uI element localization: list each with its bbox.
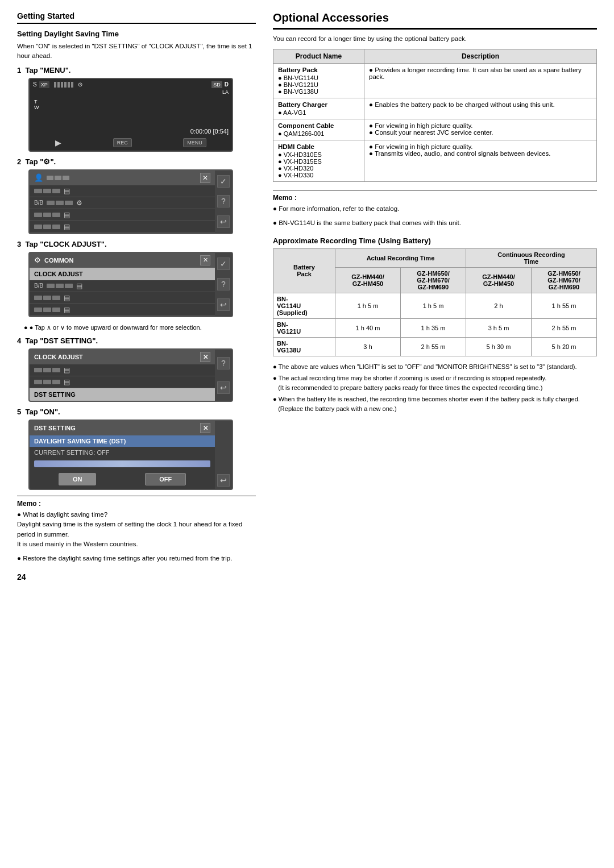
common-close-icon[interactable]: ✕: [200, 255, 210, 265]
dst-with-side: DST SETTING ✕ DAYLIGHT SAVING TIME (DST)…: [30, 421, 232, 489]
menu-close-icon[interactable]: ✕: [200, 173, 210, 183]
menu-row-3: ▤: [30, 209, 215, 221]
memo-title-right: Memo :: [273, 194, 597, 202]
right-intro: You can record for a longer time by usin…: [273, 35, 597, 42]
right-section-title: Optional Accessories: [273, 11, 597, 30]
actual-138u-1: 3 h: [335, 337, 400, 356]
la-label: LA: [222, 89, 229, 95]
cont-138u-2: 5 h 20 m: [531, 337, 596, 356]
subsection-title: Setting Daylight Saving Time: [17, 30, 256, 38]
d-label: D: [225, 81, 229, 88]
clock-detail-with-side: CLOCK ADJUST ✕ ▤: [30, 350, 232, 401]
common-dots-4: [34, 308, 60, 312]
hdmi-cable-items: VX-HD310ES VX-HD315ES VX-HD320 VX-HD330: [278, 151, 359, 178]
component-cable-name: Component Cable: [278, 122, 359, 129]
product-name-header: Product Name: [273, 49, 364, 64]
common-screen-step3: ⚙ COMMON ✕ CLOCK ADJUST B/B ▤: [28, 252, 233, 317]
cont-121u-2: 2 h 55 m: [531, 318, 596, 337]
common-checkmark-icon[interactable]: ✓: [217, 258, 230, 270]
common-question-icon[interactable]: ?: [217, 278, 230, 290]
memo-box-right: Memo : ● For more information, refer to …: [273, 190, 597, 229]
battery-pack-items: BN-VG114U BN-VG121U BN-VG138U: [278, 74, 359, 95]
pack-138u: BN-VG138U: [273, 337, 335, 356]
two-column-layout: Getting Started Setting Daylight Saving …: [17, 11, 597, 582]
common-header: ⚙ COMMON ✕: [30, 253, 215, 268]
dst-setting-row[interactable]: DST SETTING: [30, 388, 215, 401]
vx-hd310es: VX-HD310ES: [278, 151, 359, 158]
dst-bar: [34, 460, 210, 467]
back-icon[interactable]: ↩: [217, 215, 230, 228]
row-dots-1: [34, 189, 60, 193]
common-row-3: ▤: [30, 292, 215, 304]
component-cable-product: Component Cable QAM1266-001: [273, 119, 364, 140]
right-memo-item-2: ● BN-VG114U is the same battery pack tha…: [273, 218, 597, 228]
row-gear-icon[interactable]: ⚙: [76, 199, 82, 207]
right-column: Optional Accessories You can record for …: [273, 11, 597, 582]
bn-vg114u: BN-VG114U: [278, 74, 359, 81]
dst-off-button[interactable]: OFF: [145, 473, 186, 485]
menu-header: 👤 ✕: [30, 171, 215, 185]
section-title: Getting Started: [17, 11, 256, 24]
common-back-icon[interactable]: ↩: [217, 298, 230, 311]
vx-hd320: VX-HD320: [278, 165, 359, 172]
menu-row-2: B/B ⚙: [30, 197, 215, 209]
common-gear-icon: ⚙: [34, 256, 41, 264]
dst-on-button[interactable]: ON: [59, 473, 97, 485]
battery-pack-header: BatteryPack: [273, 248, 335, 293]
row-dots-2: [47, 201, 73, 205]
step3-note: ● Tap ∧ or ∨ to move upward or downward …: [24, 323, 256, 333]
dst-close-icon[interactable]: ✕: [200, 423, 210, 433]
actual-121u-2: 1 h 35 m: [400, 318, 466, 337]
clock-question-icon[interactable]: ?: [217, 357, 230, 369]
accessories-table: Product Name Description Battery Pack BN…: [273, 49, 597, 182]
actual-138u-2: 2 h 55 m: [400, 337, 466, 356]
menu-side-buttons: ✓ ? ↩: [215, 171, 232, 233]
acc-row-battery-pack: Battery Pack BN-VG114U BN-VG121U BN-VG13…: [273, 64, 597, 98]
memo-item-2: ● Restore the daylight saving time setti…: [17, 554, 256, 563]
rec-button[interactable]: REC: [113, 138, 132, 147]
intro-text: When "ON" is selected in "DST SETTING" o…: [17, 41, 256, 61]
dst-back-icon[interactable]: ↩: [217, 474, 230, 487]
common-row-4: ▤: [30, 304, 215, 316]
clock-detail-main: CLOCK ADJUST ✕ ▤: [30, 350, 215, 401]
clock-adjust-row[interactable]: CLOCK ADJUST: [30, 268, 215, 280]
dst-screen-step5: DST SETTING ✕ DAYLIGHT SAVING TIME (DST)…: [28, 420, 233, 490]
step-3-num: 3 Tap "CLOCK ADJUST".: [17, 240, 256, 248]
dst-side: ↩: [215, 421, 232, 489]
battery-pack-product: Battery Pack BN-VG114U BN-VG121U BN-VG13…: [273, 64, 364, 98]
clock-detail-screen-step4: CLOCK ADJUST ✕ ▤: [28, 348, 233, 402]
menu-row-4: ▤: [30, 221, 215, 233]
row-icon-4: ▤: [64, 223, 70, 231]
component-cable-items: QAM1266-001: [278, 130, 359, 137]
step-1-num: 1 Tap "MENU".: [17, 66, 256, 74]
menu-row-1: ▤: [30, 185, 215, 197]
dst-current: CURRENT SETTING: OFF: [30, 447, 215, 458]
actual-recording-header: Actual Recording Time: [335, 248, 466, 267]
battery-charger-name: Battery Charger: [278, 101, 359, 108]
clock-icon-2: ▤: [64, 378, 70, 386]
menu-button[interactable]: MENU: [183, 138, 206, 147]
page-number: 24: [17, 572, 256, 582]
clock-icon-1: ▤: [64, 366, 70, 374]
cont-114u-2: 1 h 55 m: [531, 293, 596, 318]
menu-gear-icon: 👤: [34, 173, 43, 182]
step-4-num: 4 Tap "DST SETTING".: [17, 337, 256, 345]
right-memo-item-1: ● For more information, refer to the cat…: [273, 204, 597, 214]
battery-table: BatteryPack Actual Recording Time Contin…: [273, 248, 597, 356]
battery-note-1: The above are values when "LIGHT" is set…: [273, 362, 597, 372]
pack-114u: BN-VG114U(Supplied): [273, 293, 335, 318]
battery-charger-product: Battery Charger AA-VG1: [273, 98, 364, 119]
step-2-num: 2 Tap "⚙".: [17, 157, 256, 166]
cont-121u-1: 3 h 5 m: [466, 318, 531, 337]
clock-back-icon[interactable]: ↩: [217, 381, 230, 394]
memo-section-left: Memo : ● What is daylight saving time? D…: [17, 496, 256, 563]
checkmark-icon[interactable]: ✓: [217, 175, 230, 188]
battery-pack-desc: ● Provides a longer recording time. It c…: [364, 64, 597, 98]
question-icon[interactable]: ?: [217, 195, 230, 207]
row-icon-3: ▤: [64, 211, 70, 219]
menu-screen-step2: 👤 ✕ ▤ B/B: [28, 169, 233, 234]
menu-dots: [47, 176, 69, 180]
clock-detail-close-icon[interactable]: ✕: [200, 352, 210, 362]
camera-top-bar: S XP ⊙ SD D: [30, 79, 232, 90]
battery-icon: ⊙: [78, 81, 82, 88]
